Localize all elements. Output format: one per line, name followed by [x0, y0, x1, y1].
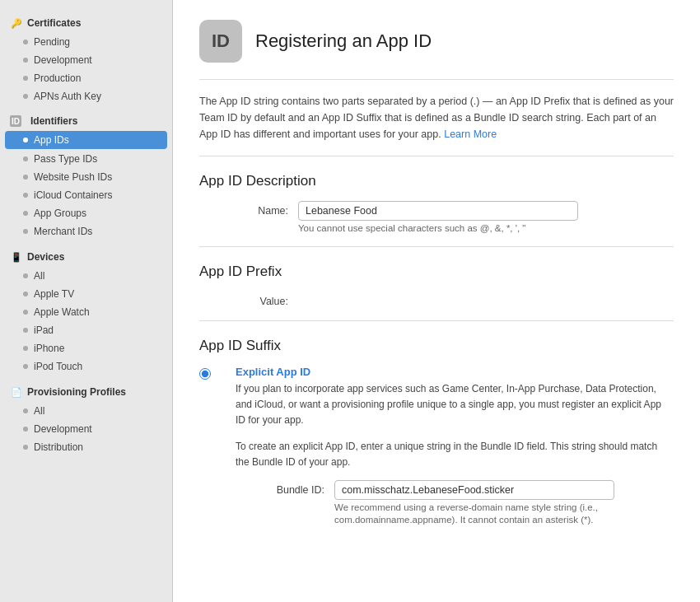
dot-icon: [23, 328, 28, 333]
value-row: Value:: [199, 292, 674, 307]
dot-icon: [23, 211, 28, 216]
dot-icon: [23, 58, 28, 63]
app-id-prefix-heading: App ID Prefix: [199, 264, 674, 280]
sidebar-item-all-profiles[interactable]: All: [0, 402, 172, 420]
sidebar-item-merchant-ids[interactable]: Merchant IDs: [0, 222, 172, 240]
dot-icon: [23, 364, 28, 369]
app-id-description-heading: App ID Description: [199, 173, 674, 189]
sidebar-section-devices: 📱 Devices: [0, 245, 172, 267]
explicit-content: Explicit App ID If you plan to incorpora…: [217, 366, 674, 531]
name-label: Name:: [199, 201, 298, 217]
main-content: ID Registering an App ID The App ID stri…: [173, 0, 700, 602]
sidebar-item-ipad[interactable]: iPad: [0, 321, 172, 339]
sidebar-item-apple-watch[interactable]: Apple Watch: [0, 303, 172, 321]
explicit-radio[interactable]: [199, 368, 211, 380]
bundle-id-hint-1: We recommend using a reverse-domain name…: [334, 502, 674, 512]
provisioning-icon: 📄: [10, 385, 23, 399]
learn-more-link[interactable]: Learn More: [444, 128, 497, 140]
dot-icon: [23, 156, 28, 161]
dot-icon: [23, 40, 28, 44]
name-input[interactable]: [298, 201, 578, 221]
explicit-desc-2: To create an explicit App ID, enter a un…: [236, 439, 674, 470]
app-id-suffix-heading: App ID Suffix: [199, 338, 674, 354]
explicit-radio-row: Explicit App ID If you plan to incorpora…: [199, 366, 674, 531]
sidebar-item-development-profile[interactable]: Development: [0, 420, 172, 438]
sidebar-item-pass-type-ids[interactable]: Pass Type IDs: [0, 150, 172, 168]
sidebar-item-distribution[interactable]: Distribution: [0, 438, 172, 456]
sidebar-section-certificates: 🔑 Certificates: [0, 12, 172, 33]
section-divider-1: [199, 246, 674, 247]
sidebar-item-pending[interactable]: Pending: [0, 33, 172, 51]
sidebar-item-development-cert[interactable]: Development: [0, 51, 172, 69]
page-title: Registering an App ID: [255, 30, 432, 52]
name-hint: You cannot use special characters such a…: [298, 223, 674, 233]
sidebar-item-app-ids[interactable]: App IDs: [5, 131, 167, 149]
header-divider: [199, 79, 674, 80]
certificates-icon: 🔑: [10, 16, 23, 30]
sidebar-item-all-devices[interactable]: All: [0, 267, 172, 285]
sidebar-item-iphone[interactable]: iPhone: [0, 339, 172, 357]
dot-icon: [23, 138, 28, 142]
sidebar-section-provisioning: 📄 Provisioning Profiles: [0, 380, 172, 402]
identifiers-icon: ID: [10, 115, 21, 127]
sidebar-item-icloud-containers[interactable]: iCloud Containers: [0, 186, 172, 204]
dot-icon: [23, 76, 28, 81]
dot-icon: [23, 229, 28, 234]
dot-icon: [23, 94, 28, 99]
dot-icon: [23, 445, 28, 450]
bundle-id-hint-2: com.domainname.appname). It cannot conta…: [334, 515, 674, 525]
name-row: Name: You cannot use special characters …: [199, 201, 674, 233]
dot-icon: [23, 273, 28, 278]
dot-icon: [23, 193, 28, 198]
explicit-desc-1: If you plan to incorporate app services …: [236, 381, 674, 429]
devices-icon: 📱: [10, 250, 23, 264]
dot-icon: [23, 310, 28, 315]
bundle-id-label: Bundle ID:: [236, 480, 334, 496]
dot-icon: [23, 408, 28, 413]
name-field-wrap: You cannot use special characters such a…: [298, 201, 674, 233]
page-icon: ID: [199, 20, 242, 63]
dot-icon: [23, 346, 28, 351]
sidebar-item-website-push-ids[interactable]: Website Push IDs: [0, 168, 172, 186]
bundle-id-input[interactable]: [334, 480, 614, 500]
section-divider-2: [199, 320, 674, 321]
sidebar: 🔑 Certificates Pending Development Produ…: [0, 0, 173, 602]
dot-icon: [23, 427, 28, 432]
description-text: The App ID string contains two parts sep…: [199, 93, 674, 142]
bundle-id-field-wrap: We recommend using a reverse-domain name…: [334, 480, 674, 525]
sidebar-item-ipod-touch[interactable]: iPod Touch: [0, 357, 172, 376]
dot-icon: [23, 175, 28, 180]
sidebar-item-apns-auth-key[interactable]: APNs Auth Key: [0, 87, 172, 105]
sidebar-item-app-groups[interactable]: App Groups: [0, 204, 172, 222]
value-label: Value:: [199, 292, 298, 307]
bundle-id-row: Bundle ID: We recommend using a reverse-…: [236, 480, 674, 525]
dot-icon: [23, 292, 28, 296]
sidebar-item-production[interactable]: Production: [0, 69, 172, 87]
sidebar-item-apple-tv[interactable]: Apple TV: [0, 285, 172, 303]
desc-divider: [199, 156, 674, 156]
explicit-label: Explicit App ID: [236, 366, 674, 378]
sidebar-section-identifiers: ID Identifiers: [0, 110, 172, 130]
page-header: ID Registering an App ID: [199, 20, 674, 63]
